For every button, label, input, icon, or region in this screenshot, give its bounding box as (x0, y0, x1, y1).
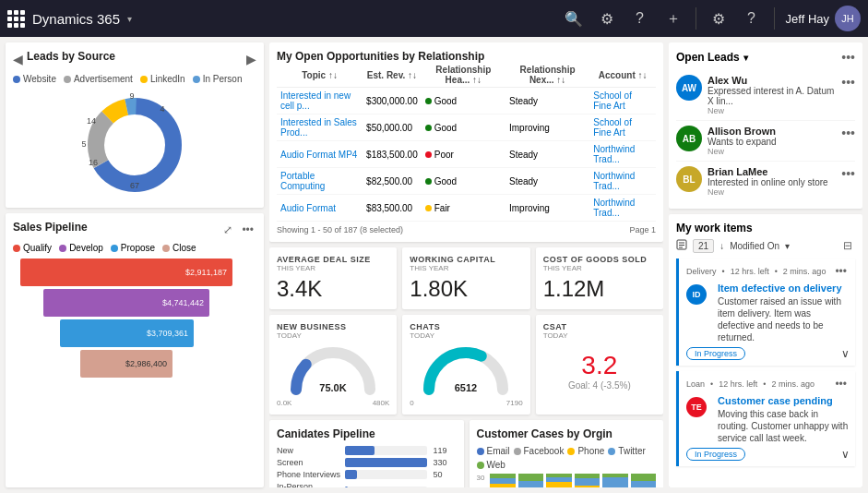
lead-desc-3: Interested in online only store (707, 177, 836, 187)
svg-text:67: 67 (130, 181, 139, 190)
legend-twitter: Twitter (608, 446, 645, 456)
table-row: Audio Format MP4 $183,500.00 Poor Steady… (277, 141, 656, 168)
open-leads-more-btn[interactable]: ••• (841, 50, 855, 65)
work-item-1-time: 12 hrs. left (731, 267, 769, 276)
work-item-1-category: Delivery (686, 267, 717, 276)
col-rev[interactable]: Est. Rev. ↑↓ (363, 63, 422, 88)
svg-text:4: 4 (160, 104, 164, 114)
top-navigation: Dynamics 365 ▾ 🔍 ⚙ ? ＋ ⚙ ? Jeff Hay JH (0, 0, 868, 37)
lead-item-3: BL Brian LaMee Interested in online only… (676, 162, 855, 201)
right-column: Open Leads ▾ ••• AW Alex Wu Expressed in… (669, 42, 862, 487)
legend-develop: Develop (59, 243, 103, 253)
sort-label: Modified On (730, 241, 779, 251)
work-items-filter-btn[interactable]: ⊟ (840, 238, 855, 253)
chevron-down-icon: ▾ (127, 14, 132, 24)
cost-of-goods-card: Cost of Goods Sold THIS YEAR 1.12M (536, 247, 663, 309)
work-items-card: My work items 21 ↓ Modified On ▾ ⊟ Deliv… (669, 214, 862, 487)
lead-avatar-2: AB (676, 126, 702, 151)
work-items-title: My work items (676, 222, 753, 234)
help-button[interactable]: ? (629, 7, 651, 30)
lead-more-btn-2[interactable]: ••• (841, 126, 855, 140)
csat-goal: Goal: 4 (-3.5%) (543, 380, 656, 391)
work-item-1-more-btn[interactable]: ••• (832, 264, 850, 279)
avatar: JH (835, 6, 861, 31)
user-menu[interactable]: Jeff Hay JH (786, 6, 861, 31)
legend-qualify: Qualify (13, 243, 52, 253)
bar-row-new: New 119 (277, 446, 457, 455)
lead-name-3: Brian LaMee (707, 166, 836, 177)
stacked-bar-2 (518, 474, 543, 487)
question-icon[interactable]: ? (741, 7, 763, 30)
working-capital-card: Working capital THIS YEAR 1.80K (402, 247, 529, 309)
donut-chart: 9 4 14 5 16 67 (75, 91, 195, 193)
add-button[interactable]: ＋ (662, 7, 684, 30)
sort-icon: ↓ (719, 241, 724, 251)
chats-gauge: 6512 (420, 343, 512, 397)
new-business-card: New business TODAY 75.0K 0.0K 480K (269, 315, 397, 415)
work-items-count: 21 (693, 239, 714, 253)
work-items-icon (676, 239, 687, 250)
legend-website: Website (13, 74, 56, 84)
csat-card: CSAT TODAY 3.2 Goal: 4 (-3.5%) (536, 315, 663, 415)
customer-cases-title: Customer Cases by Orgin (477, 427, 657, 440)
work-item-2-expand-btn[interactable]: ∨ (841, 448, 850, 461)
lead-more-btn-1[interactable]: ••• (841, 75, 855, 90)
legend-web: Web (477, 460, 505, 470)
chats-sublabel: TODAY (410, 331, 522, 340)
opps-footer-text: Showing 1 - 50 of 187 (8 selected) (277, 225, 403, 234)
bottom-row: Canidates Pipeline New 119 Screen (269, 420, 663, 487)
work-item-2-title[interactable]: Customer case pending (718, 395, 850, 406)
svg-text:75.0K: 75.0K (319, 382, 346, 393)
leads-prev-btn[interactable]: ◀ (13, 52, 23, 66)
customer-cases-card: Customer Cases by Orgin Email Facebook P… (470, 420, 664, 487)
work-item-2-modified: 2 mins. ago (771, 379, 814, 389)
leads-next-btn[interactable]: ▶ (246, 52, 256, 66)
legend-advertisement: Advertisement (64, 74, 133, 84)
col-account[interactable]: Account ↑↓ (589, 63, 656, 88)
lead-desc-2: Wants to expand (707, 137, 836, 147)
chats-label: Chats (410, 322, 522, 331)
work-item-1: Delivery • 12 hrs. left • 2 mins. ago ••… (676, 259, 855, 366)
stacked-bar-3 (546, 474, 571, 487)
csat-value: 3.2 (543, 351, 656, 380)
legend-linkedin: LinkedIn (140, 74, 185, 84)
legend-phone: Phone (567, 446, 604, 456)
work-item-2-avatar: TE (686, 397, 707, 417)
bar-row-phone: Phone Interviews 50 (277, 470, 457, 479)
legend-close: Close (162, 243, 196, 253)
pipeline-expand-btn[interactable]: ⤢ (220, 222, 235, 237)
settings-button[interactable]: ⚙ (596, 7, 618, 30)
new-business-label: New business (277, 322, 389, 331)
work-item-2-more-btn[interactable]: ••• (832, 377, 850, 391)
user-name: Jeff Hay (786, 12, 829, 26)
svg-text:14: 14 (87, 116, 96, 126)
metrics-row: Average Deal Size THIS YEAR 3.4K Working… (269, 247, 663, 309)
opps-title: My Open Opportunities by Relationship (277, 50, 484, 63)
new-business-sublabel: TODAY (277, 331, 389, 340)
legend-facebook: Facebook (514, 446, 565, 456)
opportunities-table: Topic ↑↓ Est. Rev. ↑↓ Relationship Hea..… (277, 63, 656, 222)
stacked-bar-1 (490, 474, 515, 487)
bar-row-inperson: In-Person Interviews 10 (277, 482, 457, 487)
app-grid-icon[interactable] (7, 10, 25, 28)
work-item-1-title[interactable]: Item defective on delivery (718, 283, 850, 294)
leads-by-source-card: ◀ Leads by Source ▶ Website Advertisemen… (6, 42, 264, 208)
svg-text:5: 5 (81, 139, 86, 149)
avg-deal-value: 3.4K (277, 276, 389, 302)
col-topic[interactable]: Topic ↑↓ (277, 63, 363, 88)
work-item-1-expand-btn[interactable]: ∨ (841, 347, 850, 360)
avg-deal-label: Average Deal Size (277, 255, 389, 264)
gear-icon[interactable]: ⚙ (707, 7, 730, 30)
app-name: Dynamics 365 (32, 11, 120, 27)
svg-text:16: 16 (89, 158, 98, 167)
opps-page: Page 1 (629, 225, 656, 234)
svg-text:6512: 6512 (455, 382, 477, 393)
col-health[interactable]: Relationship Hea... ↑↓ (422, 63, 505, 88)
candidates-pipeline-card: Canidates Pipeline New 119 Screen (269, 420, 464, 487)
col-next[interactable]: Relationship Nex... ↑↓ (505, 63, 589, 88)
lead-status-1: New (707, 106, 836, 115)
pipeline-more-btn[interactable]: ••• (239, 222, 256, 237)
table-row: Interested in new cell p... $300,000.00 … (277, 88, 656, 114)
search-button[interactable]: 🔍 (563, 7, 585, 30)
lead-more-btn-3[interactable]: ••• (841, 166, 855, 181)
